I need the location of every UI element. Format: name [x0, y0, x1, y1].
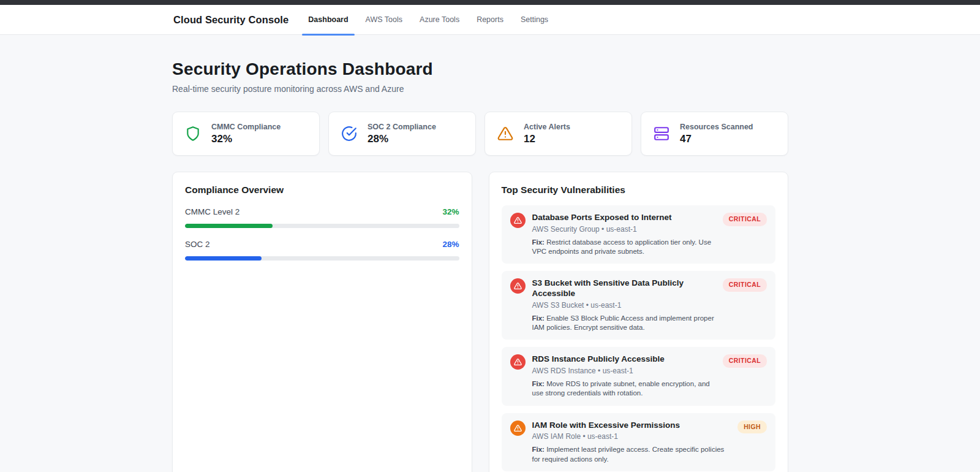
fix-label: Fix: [532, 446, 545, 453]
bar-percent: 32% [442, 207, 459, 216]
status-badge: HIGH [737, 421, 767, 434]
list-item[interactable]: Database Ports Exposed to Internet AWS S… [502, 205, 776, 264]
stat-card-active-alerts: Active Alerts 12 [484, 112, 632, 156]
list-item[interactable]: IAM Role with Excessive Permissions AWS … [502, 413, 776, 471]
vulnerability-meta: AWS Security Group • us-east-1 [532, 225, 715, 234]
main-content: Security Operations Dashboard Real-time … [172, 59, 788, 472]
check-circle-icon [341, 126, 357, 142]
progress-track [185, 256, 459, 261]
vulnerability-title: IAM Role with Excessive Permissions [532, 421, 731, 431]
stat-value: 28% [368, 133, 436, 145]
tab-reports[interactable]: Reports [468, 5, 512, 34]
fix-label: Fix: [532, 238, 545, 246]
app-header: Cloud Security Console Dashboard AWS Too… [0, 5, 980, 35]
main-nav: Dashboard AWS Tools Azure Tools Reports … [300, 5, 557, 34]
top-vulnerabilities-panel: Top Security Vulnerabilities Database Po… [489, 172, 789, 472]
fix-text: Implement least privilege access. Create… [532, 446, 725, 462]
vulnerability-fix: Fix: Restrict database access to applica… [532, 238, 715, 256]
vulnerability-meta: AWS RDS Instance • us-east-1 [532, 367, 715, 375]
vulnerability-meta: AWS S3 Bucket • us-east-1 [532, 301, 715, 310]
stat-card-resources-scanned: Resources Scanned 47 [641, 112, 788, 156]
fix-text: Enable S3 Block Public Access and implem… [532, 314, 714, 331]
vulnerability-title: S3 Bucket with Sensitive Data Publicly A… [532, 278, 715, 299]
alert-triangle-icon [510, 354, 526, 370]
stat-card-cmmc-compliance: CMMC Compliance 32% [172, 112, 320, 156]
progress-track [185, 224, 459, 228]
stat-value: 32% [211, 133, 281, 145]
window-top-bar [0, 0, 980, 5]
app-title: Cloud Security Console [173, 5, 288, 34]
tab-settings[interactable]: Settings [512, 5, 557, 34]
compliance-bar-soc2: SOC 2 28% [185, 240, 459, 261]
stat-label: CMMC Compliance [211, 123, 281, 131]
panels-row: Compliance Overview CMMC Level 2 32% SOC… [172, 172, 788, 472]
vulnerability-fix: Fix: Implement least privilege access. C… [532, 445, 731, 463]
stat-card-soc2-compliance: SOC 2 Compliance 28% [328, 112, 476, 156]
panel-title: Compliance Overview [185, 185, 459, 196]
vulnerability-list: Database Ports Exposed to Internet AWS S… [502, 205, 776, 472]
alert-triangle-icon [510, 278, 526, 294]
vulnerability-meta: AWS IAM Role • us-east-1 [532, 432, 731, 441]
stat-label: Active Alerts [524, 123, 570, 131]
page-title: Security Operations Dashboard [172, 59, 788, 79]
compliance-overview-panel: Compliance Overview CMMC Level 2 32% SOC… [172, 172, 472, 472]
bar-label: SOC 2 [185, 240, 210, 249]
progress-fill [185, 224, 273, 228]
stat-label: SOC 2 Compliance [368, 123, 436, 131]
alert-triangle-icon [497, 126, 513, 142]
page-subtitle: Real-time security posture monitoring ac… [172, 84, 788, 94]
status-badge: CRITICAL [723, 213, 767, 226]
bar-label: CMMC Level 2 [185, 207, 239, 216]
fix-label: Fix: [532, 314, 545, 322]
server-icon [654, 126, 669, 142]
fix-text: Move RDS to private subnet, enable encry… [532, 380, 710, 397]
vulnerability-fix: Fix: Move RDS to private subnet, enable … [532, 379, 715, 398]
tab-dashboard[interactable]: Dashboard [300, 5, 356, 34]
alert-triangle-icon [510, 213, 526, 228]
tab-aws-tools[interactable]: AWS Tools [357, 5, 411, 34]
vulnerability-fix: Fix: Enable S3 Block Public Access and i… [532, 314, 715, 332]
stat-cards-row: CMMC Compliance 32% SOC 2 Compliance 28%… [172, 112, 788, 156]
fix-text: Restrict database access to application … [532, 238, 712, 255]
stat-value: 12 [524, 133, 570, 145]
stat-label: Resources Scanned [680, 123, 753, 131]
status-badge: CRITICAL [723, 278, 767, 292]
progress-fill [185, 256, 262, 261]
panel-title: Top Security Vulnerabilities [502, 185, 776, 196]
fix-label: Fix: [532, 380, 545, 387]
vulnerability-title: Database Ports Exposed to Internet [532, 213, 715, 223]
list-item[interactable]: RDS Instance Publicly Accessible AWS RDS… [502, 347, 776, 405]
stat-value: 47 [680, 133, 753, 145]
bar-percent: 28% [442, 240, 459, 249]
vulnerability-title: RDS Instance Publicly Accessible [532, 354, 715, 365]
alert-triangle-icon [510, 421, 526, 436]
shield-icon [185, 126, 201, 142]
tab-azure-tools[interactable]: Azure Tools [411, 5, 468, 34]
status-badge: CRITICAL [723, 354, 767, 368]
list-item[interactable]: S3 Bucket with Sensitive Data Publicly A… [502, 271, 776, 340]
compliance-bar-cmmc: CMMC Level 2 32% [185, 207, 459, 228]
